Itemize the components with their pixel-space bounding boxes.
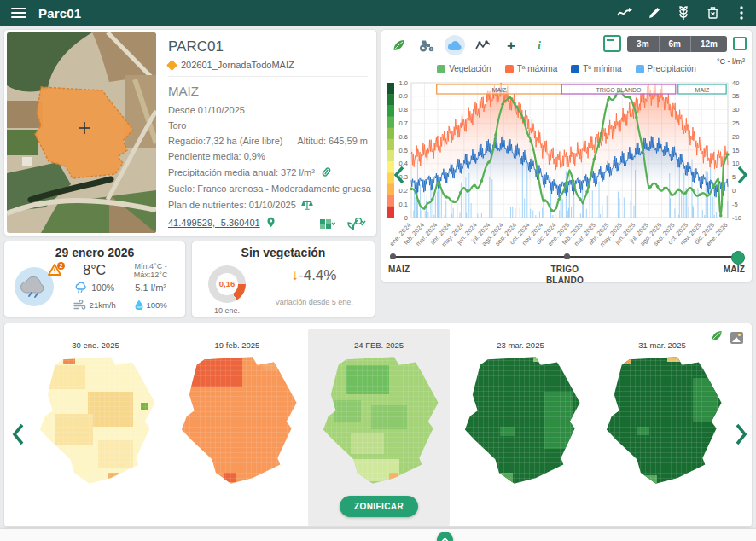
delete-icon[interactable] bbox=[698, 0, 727, 26]
field-name: PARC01 bbox=[168, 38, 368, 55]
field-shape bbox=[174, 354, 300, 489]
range-12m[interactable]: 12m bbox=[691, 36, 727, 52]
imagery-date: 24 FEB. 2025 bbox=[354, 340, 404, 350]
info-icon[interactable]: i bbox=[529, 35, 550, 55]
crop-inspect-dropdown-icon[interactable] bbox=[347, 217, 366, 230]
crop-since: Desde 01/10/2025 bbox=[168, 105, 368, 115]
slider-label-trigo: TRIGO BLANDO bbox=[535, 265, 595, 286]
chart-next-icon[interactable] bbox=[736, 165, 748, 189]
slider-dot-maiz-1[interactable] bbox=[390, 253, 396, 259]
svg-text:2: 2 bbox=[60, 263, 63, 269]
menu-icon[interactable] bbox=[11, 8, 26, 18]
ndvi-thumbnail[interactable] bbox=[316, 354, 442, 489]
svg-text:5: 5 bbox=[732, 173, 736, 181]
edit-icon[interactable] bbox=[640, 0, 669, 26]
field-map[interactable] bbox=[7, 32, 156, 233]
slider-label-maiz-2: MAIZ bbox=[724, 265, 745, 274]
wind-speed: 21km/h bbox=[90, 300, 116, 310]
carousel-next-icon[interactable] bbox=[735, 422, 748, 450]
trend-chart-icon[interactable] bbox=[611, 0, 640, 26]
annual-rainfall: Precipitación media anual: 372 l/m² bbox=[168, 167, 315, 177]
map-pin-icon[interactable] bbox=[265, 216, 276, 229]
field-shape bbox=[599, 354, 725, 489]
ndvi-thumbnail[interactable] bbox=[174, 354, 300, 489]
zonificar-button[interactable]: ZONIFICAR bbox=[340, 496, 418, 517]
carousel-item-0[interactable]: 30 ene. 2025 bbox=[25, 329, 166, 526]
ndvi-thumbnail[interactable] bbox=[32, 354, 159, 489]
nutrient-plan: Plan de nutrientes: 01/10/2025 bbox=[168, 200, 296, 210]
legend-swatch bbox=[505, 65, 514, 73]
municipality: Toro bbox=[168, 120, 368, 131]
satellite-map bbox=[7, 32, 156, 233]
more-vert-icon[interactable] bbox=[727, 0, 756, 26]
legend-item-0[interactable]: Vegetación bbox=[437, 64, 491, 73]
legend-item-2[interactable]: Tª mínima bbox=[571, 64, 621, 73]
svg-text:MAIZ: MAIZ bbox=[492, 87, 507, 93]
rain-probability: 100% bbox=[91, 282, 114, 293]
fullscreen-icon[interactable] bbox=[733, 37, 747, 50]
imagery-carousel-card: 30 ene. 202519 feb. 202524 FEB. 2025ZONI… bbox=[3, 323, 753, 527]
crop-name: MAIZ bbox=[168, 84, 368, 98]
indices-sparkline-icon[interactable] bbox=[473, 35, 493, 55]
coordinates-link[interactable]: 41.499529, -5.360401 bbox=[168, 218, 260, 228]
crop-wheat-icon[interactable] bbox=[669, 0, 698, 26]
svg-text:0.7: 0.7 bbox=[399, 119, 408, 127]
vegetation-card: Sin vegetación 0,16 10 ene. ↓-4.4% Varia… bbox=[191, 241, 375, 317]
field-mosaic-dropdown-icon[interactable] bbox=[320, 218, 335, 230]
machinery-tractor-icon[interactable] bbox=[416, 35, 437, 55]
carousel-item-3[interactable]: 23 mar. 2025 bbox=[450, 329, 591, 526]
slider-dot-trigo[interactable] bbox=[564, 253, 570, 259]
humidity: 100% bbox=[147, 300, 167, 310]
slope: Pendiente media: 0,9% bbox=[168, 151, 368, 161]
variation-caption: Variación desde 5 ene. bbox=[260, 298, 368, 306]
chart-plot[interactable]: 1.00.90.80.70.60.50.40.30.20.10403530252… bbox=[383, 74, 752, 250]
chart-prev-icon[interactable] bbox=[393, 165, 405, 189]
rain-cloud-icon bbox=[74, 282, 88, 293]
legend-swatch bbox=[437, 65, 445, 73]
svg-text:35: 35 bbox=[732, 92, 739, 100]
ndvi-thumbnail[interactable] bbox=[599, 354, 725, 489]
add-layer-icon[interactable]: + bbox=[501, 35, 521, 55]
svg-text:TRIGO BLANDO: TRIGO BLANDO bbox=[596, 87, 642, 93]
slider-label-maiz-1: MAIZ bbox=[388, 265, 410, 274]
ndvi-gauge: 0,16 bbox=[208, 265, 246, 303]
svg-text:0.5: 0.5 bbox=[399, 147, 408, 154]
carousel-item-1[interactable]: 19 feb. 2025 bbox=[166, 329, 308, 526]
range-6m[interactable]: 6m bbox=[660, 36, 691, 52]
legend-item-3[interactable]: Precipitación bbox=[636, 64, 696, 73]
balance-scale-icon[interactable] bbox=[301, 199, 313, 211]
legend-swatch bbox=[636, 65, 644, 73]
carousel-prev-icon[interactable] bbox=[11, 422, 25, 450]
field-card: PARC01 202601_JornadaTodoMAIZ MAIZ Desde… bbox=[3, 29, 377, 236]
ndvi-thumbnail[interactable] bbox=[457, 354, 584, 489]
svg-text:0.1: 0.1 bbox=[399, 201, 408, 208]
svg-text:15: 15 bbox=[732, 147, 739, 154]
leaf-icon[interactable] bbox=[388, 35, 409, 55]
humidity-drop-icon bbox=[135, 300, 143, 310]
calendar-icon[interactable] bbox=[603, 35, 621, 52]
carousel-items: 30 ene. 202519 feb. 202524 FEB. 2025ZONI… bbox=[25, 329, 733, 526]
weather-cloud-icon[interactable] bbox=[445, 35, 465, 55]
link-icon[interactable] bbox=[320, 166, 333, 177]
carousel-item-2[interactable]: 24 FEB. 2025ZONIFICAR bbox=[308, 329, 450, 526]
range-3m[interactable]: 3m bbox=[627, 36, 659, 52]
svg-text:MAIZ: MAIZ bbox=[695, 87, 710, 93]
page: Parc01 bbox=[0, 0, 756, 541]
campaign-diamond-icon bbox=[166, 60, 177, 71]
legend-item-1[interactable]: Tª máxima bbox=[505, 64, 558, 73]
svg-text:-5: -5 bbox=[732, 201, 738, 208]
rain-amount: 5.1 l/m² bbox=[121, 282, 180, 293]
variation-value: -4.4% bbox=[299, 267, 336, 283]
weather-alert-icon[interactable]: 2 bbox=[47, 262, 66, 279]
irrigation-area: Regadio:7,32 ha (Aire libre) bbox=[168, 136, 283, 146]
slider-dot-maiz-2[interactable] bbox=[731, 251, 745, 265]
app-bar: Parc01 bbox=[0, 0, 756, 26]
legend-label: Vegetación bbox=[449, 64, 491, 73]
carousel-item-4[interactable]: 31 mar. 2025 bbox=[591, 329, 733, 526]
current-temp: 8°C bbox=[67, 263, 121, 278]
svg-text:40: 40 bbox=[732, 79, 739, 87]
chart-legend: VegetaciónTª máximaTª mínimaPrecipitació… bbox=[381, 64, 752, 73]
range-selector: 3m 6m 12m bbox=[627, 36, 727, 52]
temp-minmax: Mín:4°C -Máx:12°C bbox=[121, 262, 180, 279]
imagery-date: 30 ene. 2025 bbox=[72, 340, 119, 350]
